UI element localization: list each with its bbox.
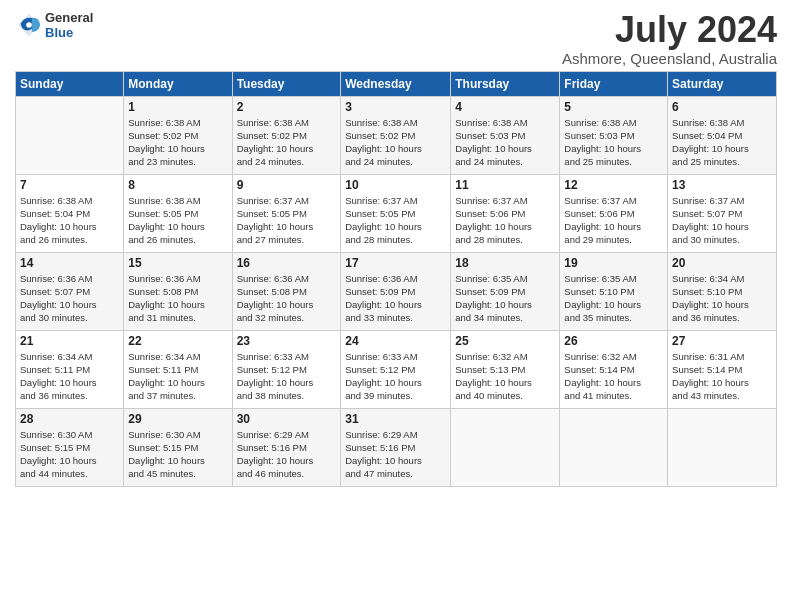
day-number: 5 xyxy=(564,100,663,114)
calendar-cell: 8Sunrise: 6:38 AM Sunset: 5:05 PM Daylig… xyxy=(124,174,232,252)
svg-point-1 xyxy=(26,22,32,28)
calendar-cell: 1Sunrise: 6:38 AM Sunset: 5:02 PM Daylig… xyxy=(124,96,232,174)
day-info: Sunrise: 6:38 AM Sunset: 5:04 PM Dayligh… xyxy=(672,116,772,169)
logo: General Blue xyxy=(15,10,93,40)
calendar-cell: 31Sunrise: 6:29 AM Sunset: 5:16 PM Dayli… xyxy=(341,408,451,486)
calendar-cell: 6Sunrise: 6:38 AM Sunset: 5:04 PM Daylig… xyxy=(668,96,777,174)
calendar-week-row: 1Sunrise: 6:38 AM Sunset: 5:02 PM Daylig… xyxy=(16,96,777,174)
day-info: Sunrise: 6:36 AM Sunset: 5:09 PM Dayligh… xyxy=(345,272,446,325)
calendar-week-row: 28Sunrise: 6:30 AM Sunset: 5:15 PM Dayli… xyxy=(16,408,777,486)
calendar-cell xyxy=(560,408,668,486)
calendar-cell: 29Sunrise: 6:30 AM Sunset: 5:15 PM Dayli… xyxy=(124,408,232,486)
day-number: 16 xyxy=(237,256,337,270)
day-number: 3 xyxy=(345,100,446,114)
calendar-cell: 9Sunrise: 6:37 AM Sunset: 5:05 PM Daylig… xyxy=(232,174,341,252)
calendar-header-thursday: Thursday xyxy=(451,71,560,96)
day-info: Sunrise: 6:29 AM Sunset: 5:16 PM Dayligh… xyxy=(345,428,446,481)
calendar-cell xyxy=(668,408,777,486)
day-number: 4 xyxy=(455,100,555,114)
day-info: Sunrise: 6:34 AM Sunset: 5:11 PM Dayligh… xyxy=(20,350,119,403)
calendar-cell: 21Sunrise: 6:34 AM Sunset: 5:11 PM Dayli… xyxy=(16,330,124,408)
day-info: Sunrise: 6:32 AM Sunset: 5:14 PM Dayligh… xyxy=(564,350,663,403)
day-info: Sunrise: 6:37 AM Sunset: 5:05 PM Dayligh… xyxy=(237,194,337,247)
calendar-header-tuesday: Tuesday xyxy=(232,71,341,96)
calendar-cell: 7Sunrise: 6:38 AM Sunset: 5:04 PM Daylig… xyxy=(16,174,124,252)
day-info: Sunrise: 6:37 AM Sunset: 5:06 PM Dayligh… xyxy=(564,194,663,247)
calendar-week-row: 21Sunrise: 6:34 AM Sunset: 5:11 PM Dayli… xyxy=(16,330,777,408)
calendar-cell: 17Sunrise: 6:36 AM Sunset: 5:09 PM Dayli… xyxy=(341,252,451,330)
day-info: Sunrise: 6:33 AM Sunset: 5:12 PM Dayligh… xyxy=(345,350,446,403)
day-info: Sunrise: 6:38 AM Sunset: 5:02 PM Dayligh… xyxy=(128,116,227,169)
day-number: 11 xyxy=(455,178,555,192)
calendar-cell: 25Sunrise: 6:32 AM Sunset: 5:13 PM Dayli… xyxy=(451,330,560,408)
day-number: 20 xyxy=(672,256,772,270)
calendar-cell: 18Sunrise: 6:35 AM Sunset: 5:09 PM Dayli… xyxy=(451,252,560,330)
calendar-header-wednesday: Wednesday xyxy=(341,71,451,96)
calendar-cell: 12Sunrise: 6:37 AM Sunset: 5:06 PM Dayli… xyxy=(560,174,668,252)
calendar-cell: 5Sunrise: 6:38 AM Sunset: 5:03 PM Daylig… xyxy=(560,96,668,174)
day-number: 17 xyxy=(345,256,446,270)
calendar-header-saturday: Saturday xyxy=(668,71,777,96)
day-info: Sunrise: 6:34 AM Sunset: 5:11 PM Dayligh… xyxy=(128,350,227,403)
day-info: Sunrise: 6:38 AM Sunset: 5:05 PM Dayligh… xyxy=(128,194,227,247)
day-info: Sunrise: 6:35 AM Sunset: 5:10 PM Dayligh… xyxy=(564,272,663,325)
calendar-cell: 15Sunrise: 6:36 AM Sunset: 5:08 PM Dayli… xyxy=(124,252,232,330)
calendar-cell: 2Sunrise: 6:38 AM Sunset: 5:02 PM Daylig… xyxy=(232,96,341,174)
day-number: 10 xyxy=(345,178,446,192)
day-number: 13 xyxy=(672,178,772,192)
calendar-cell: 11Sunrise: 6:37 AM Sunset: 5:06 PM Dayli… xyxy=(451,174,560,252)
calendar-cell: 10Sunrise: 6:37 AM Sunset: 5:05 PM Dayli… xyxy=(341,174,451,252)
day-info: Sunrise: 6:29 AM Sunset: 5:16 PM Dayligh… xyxy=(237,428,337,481)
calendar-header-sunday: Sunday xyxy=(16,71,124,96)
calendar-cell xyxy=(451,408,560,486)
day-info: Sunrise: 6:35 AM Sunset: 5:09 PM Dayligh… xyxy=(455,272,555,325)
calendar-table: SundayMondayTuesdayWednesdayThursdayFrid… xyxy=(15,71,777,487)
calendar-cell: 14Sunrise: 6:36 AM Sunset: 5:07 PM Dayli… xyxy=(16,252,124,330)
day-number: 18 xyxy=(455,256,555,270)
day-number: 22 xyxy=(128,334,227,348)
calendar-cell: 16Sunrise: 6:36 AM Sunset: 5:08 PM Dayli… xyxy=(232,252,341,330)
calendar-cell: 28Sunrise: 6:30 AM Sunset: 5:15 PM Dayli… xyxy=(16,408,124,486)
calendar-cell: 4Sunrise: 6:38 AM Sunset: 5:03 PM Daylig… xyxy=(451,96,560,174)
day-info: Sunrise: 6:38 AM Sunset: 5:03 PM Dayligh… xyxy=(564,116,663,169)
day-number: 9 xyxy=(237,178,337,192)
day-number: 7 xyxy=(20,178,119,192)
day-info: Sunrise: 6:38 AM Sunset: 5:03 PM Dayligh… xyxy=(455,116,555,169)
calendar-cell: 20Sunrise: 6:34 AM Sunset: 5:10 PM Dayli… xyxy=(668,252,777,330)
day-info: Sunrise: 6:31 AM Sunset: 5:14 PM Dayligh… xyxy=(672,350,772,403)
day-info: Sunrise: 6:37 AM Sunset: 5:06 PM Dayligh… xyxy=(455,194,555,247)
calendar-cell: 22Sunrise: 6:34 AM Sunset: 5:11 PM Dayli… xyxy=(124,330,232,408)
calendar-cell: 13Sunrise: 6:37 AM Sunset: 5:07 PM Dayli… xyxy=(668,174,777,252)
day-info: Sunrise: 6:37 AM Sunset: 5:07 PM Dayligh… xyxy=(672,194,772,247)
day-number: 24 xyxy=(345,334,446,348)
day-number: 23 xyxy=(237,334,337,348)
day-number: 25 xyxy=(455,334,555,348)
logo-blue: Blue xyxy=(45,25,93,40)
day-number: 1 xyxy=(128,100,227,114)
day-info: Sunrise: 6:37 AM Sunset: 5:05 PM Dayligh… xyxy=(345,194,446,247)
calendar-cell: 27Sunrise: 6:31 AM Sunset: 5:14 PM Dayli… xyxy=(668,330,777,408)
day-number: 15 xyxy=(128,256,227,270)
day-number: 2 xyxy=(237,100,337,114)
day-info: Sunrise: 6:34 AM Sunset: 5:10 PM Dayligh… xyxy=(672,272,772,325)
calendar-cell xyxy=(16,96,124,174)
day-number: 6 xyxy=(672,100,772,114)
day-number: 12 xyxy=(564,178,663,192)
calendar-header-monday: Monday xyxy=(124,71,232,96)
day-number: 19 xyxy=(564,256,663,270)
calendar-cell: 24Sunrise: 6:33 AM Sunset: 5:12 PM Dayli… xyxy=(341,330,451,408)
day-info: Sunrise: 6:38 AM Sunset: 5:02 PM Dayligh… xyxy=(345,116,446,169)
day-info: Sunrise: 6:38 AM Sunset: 5:04 PM Dayligh… xyxy=(20,194,119,247)
day-number: 14 xyxy=(20,256,119,270)
calendar-cell: 3Sunrise: 6:38 AM Sunset: 5:02 PM Daylig… xyxy=(341,96,451,174)
day-number: 27 xyxy=(672,334,772,348)
day-info: Sunrise: 6:30 AM Sunset: 5:15 PM Dayligh… xyxy=(20,428,119,481)
logo-general: General xyxy=(45,10,93,25)
day-info: Sunrise: 6:32 AM Sunset: 5:13 PM Dayligh… xyxy=(455,350,555,403)
day-info: Sunrise: 6:36 AM Sunset: 5:07 PM Dayligh… xyxy=(20,272,119,325)
calendar-week-row: 14Sunrise: 6:36 AM Sunset: 5:07 PM Dayli… xyxy=(16,252,777,330)
main-title: July 2024 xyxy=(562,10,777,50)
day-info: Sunrise: 6:36 AM Sunset: 5:08 PM Dayligh… xyxy=(237,272,337,325)
calendar-header-friday: Friday xyxy=(560,71,668,96)
subtitle: Ashmore, Queensland, Australia xyxy=(562,50,777,67)
